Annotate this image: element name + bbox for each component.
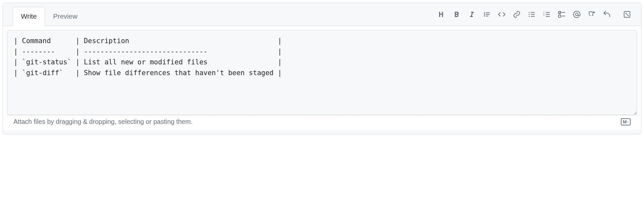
reply-icon [603,10,611,18]
tab-write[interactable]: Write [13,7,45,26]
svg-point-7 [575,13,578,16]
reply-button[interactable] [600,8,614,21]
markdown-help-icon[interactable]: M↓ [621,118,631,125]
heading-button[interactable] [435,8,449,21]
svg-text:2: 2 [543,13,544,16]
formatting-toolbar: 12 [435,8,637,26]
code-button[interactable] [495,8,509,21]
svg-point-0 [529,12,530,13]
link-icon [513,10,521,18]
svg-rect-6 [559,15,561,17]
task-list-button[interactable] [555,8,569,21]
ordered-list-button[interactable]: 12 [540,8,554,21]
editor-body: | Command | Description | | -------- | -… [3,26,641,130]
cross-reference-icon [588,10,596,18]
attach-hint[interactable]: Attach files by dragging & dropping, sel… [13,118,192,125]
editor-header: Write Preview [3,3,641,26]
quote-button[interactable] [480,8,494,21]
code-icon [498,10,506,18]
quote-icon [483,10,491,18]
svg-text:1: 1 [543,11,544,13]
unordered-list-button[interactable] [525,8,539,21]
mention-icon [573,10,581,18]
italic-button[interactable] [465,8,479,21]
ordered-list-icon: 12 [543,10,551,18]
svg-point-1 [529,14,530,15]
bold-icon [453,10,461,18]
italic-icon [468,10,476,18]
editor-tabs: Write Preview [7,7,85,26]
markdown-editor: Write Preview [3,3,641,134]
task-list-icon [558,10,566,18]
cross-reference-button[interactable] [585,8,599,21]
svg-point-2 [529,16,530,17]
fullscreen-icon [623,10,631,18]
editor-footer: Attach files by dragging & dropping, sel… [7,115,637,130]
bold-button[interactable] [450,8,464,21]
markdown-textarea[interactable]: | Command | Description | | -------- | -… [7,30,637,115]
fullscreen-button[interactable] [620,8,634,21]
tab-preview[interactable]: Preview [45,7,86,26]
unordered-list-icon [528,10,536,18]
heading-icon [438,10,446,18]
mention-button[interactable] [570,8,584,21]
link-button[interactable] [510,8,524,21]
